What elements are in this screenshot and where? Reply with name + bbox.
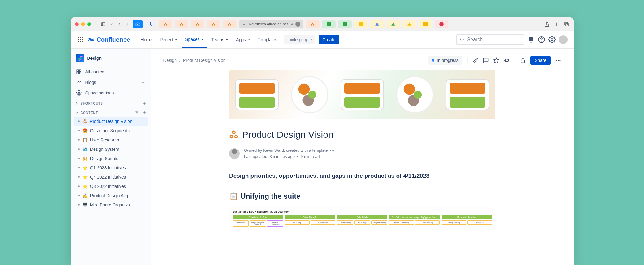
svg-point-32 (80, 39, 81, 40)
shortcuts-section-header[interactable]: SHORTCUTS (71, 98, 151, 107)
diagram-lane: Build habitsFood trackingMeal PrepWeight… (337, 215, 388, 227)
nav-link-spaces[interactable]: Spaces (182, 31, 207, 48)
status-text: In progress (437, 58, 459, 63)
space-logo-icon: 🧬 (76, 54, 84, 62)
status-badge[interactable]: In progress (428, 56, 462, 65)
tree-item[interactable]: •🗺️Design System (71, 145, 151, 154)
restrictions-icon[interactable] (520, 57, 526, 63)
tab-6[interactable] (306, 20, 320, 28)
tree-item[interactable]: •Product Design Vision (74, 117, 148, 126)
more-icon[interactable]: ⋯ (295, 22, 300, 27)
edit-icon[interactable] (472, 57, 478, 63)
tab-9[interactable] (354, 20, 368, 28)
diagram-chip: Target Weight & Timeline (250, 220, 266, 227)
hero-image (229, 70, 495, 119)
svg-point-41 (551, 39, 553, 41)
share-icon[interactable] (544, 21, 550, 27)
tree-item[interactable]: •📋User Research (71, 135, 151, 145)
sidebar-item-blogs[interactable]: Blogs (71, 77, 151, 88)
jira-extension-icon[interactable] (146, 20, 156, 28)
tab-1[interactable] (159, 20, 172, 28)
search-placeholder: Search (467, 37, 483, 42)
back-icon[interactable] (116, 21, 122, 27)
diagram-chip: Meals / Meal Prep (389, 220, 414, 225)
nav-link-apps[interactable]: Apps (233, 31, 253, 48)
svg-point-11 (213, 23, 214, 24)
tab-13[interactable] (419, 20, 432, 28)
page-title-icon (229, 130, 238, 139)
sidebar-item-space-settings[interactable]: Space settings (71, 88, 151, 98)
add-shortcut-icon[interactable] (142, 101, 146, 106)
tree-item[interactable]: •⭐Q3 2022 Initiatives (71, 182, 151, 191)
traffic-lights (75, 22, 91, 26)
sidebar: 🧬 Design All contentBlogsSpace settings … (71, 49, 151, 265)
star-icon[interactable] (493, 57, 499, 63)
svg-rect-43 (79, 70, 81, 71)
tab-4[interactable] (207, 20, 220, 28)
settings-icon[interactable] (548, 36, 556, 43)
close-window[interactable] (75, 22, 79, 26)
confluence-logo[interactable]: Confluence (87, 36, 130, 43)
tab-10[interactable] (370, 20, 384, 28)
address-bar[interactable]: uxd-trifecta.atlassian.net ⋯ (239, 20, 303, 28)
add-page-icon[interactable] (142, 111, 146, 115)
tab-14[interactable] (435, 20, 448, 28)
tab-2[interactable] (175, 20, 188, 28)
profile-avatar[interactable] (559, 35, 568, 44)
svg-rect-0 (101, 23, 105, 26)
tab-3[interactable] (191, 20, 204, 28)
tab-5[interactable] (223, 20, 237, 28)
app-switcher-icon[interactable] (77, 36, 84, 43)
breadcrumb-link[interactable]: Product Design Vision (183, 58, 225, 63)
invite-people-button[interactable]: Invite people (284, 35, 315, 44)
new-tab-icon[interactable] (554, 21, 559, 27)
tree-item[interactable]: •🤩Customer Segmenta... (71, 126, 151, 135)
space-header[interactable]: 🧬 Design (71, 52, 151, 67)
sidebar-item-all-content[interactable]: All content (71, 67, 151, 77)
tab-7[interactable] (322, 20, 336, 28)
tree-item[interactable]: •⭐Q4 2022 Initiatives (71, 172, 151, 182)
forward-icon[interactable] (124, 21, 130, 27)
shortcuts-label: SHORTCUTS (80, 102, 103, 105)
lane-header: Set Attainable Goal (233, 215, 283, 219)
filter-icon[interactable] (135, 111, 139, 115)
tree-item[interactable]: •🙌Design Sprints (71, 154, 151, 163)
svg-marker-59 (494, 58, 499, 63)
nav-link-recent[interactable]: Recent (157, 31, 181, 48)
svg-point-33 (82, 39, 83, 40)
tabs-overview-icon[interactable] (564, 21, 569, 27)
more-actions-icon[interactable] (555, 57, 561, 63)
tree-item[interactable]: •✍️Product Design Alig... (71, 191, 151, 200)
tab-12[interactable] (402, 20, 416, 28)
nav-link-home[interactable]: Home (137, 31, 155, 48)
content-section-header[interactable]: CONTENT (71, 107, 151, 117)
chevron-down-icon[interactable] (108, 21, 114, 27)
svg-point-16 (230, 24, 231, 26)
watch-icon[interactable] (504, 57, 510, 63)
close-tab-icon[interactable] (242, 22, 246, 26)
diagram-lane: Set Attainable GoalCalculatorsTarget Wei… (233, 215, 283, 227)
diagram-lane: Be physically activeActivity trackingWor… (442, 215, 492, 227)
search-input[interactable]: Search (456, 34, 524, 45)
breadcrumb-link[interactable]: Design (163, 58, 177, 63)
sidebar-toggle-icon[interactable] (100, 22, 106, 26)
svg-point-6 (180, 24, 181, 26)
nav-link-teams[interactable]: Teams (208, 31, 232, 48)
tab-8[interactable] (338, 20, 352, 28)
create-button[interactable]: Create (319, 35, 339, 44)
help-icon[interactable] (538, 36, 545, 43)
tab-11[interactable] (386, 20, 400, 28)
author-avatar[interactable] (229, 148, 240, 159)
titlebar: uxd-trifecta.atlassian.net ⋯ (71, 17, 574, 31)
tree-item[interactable]: •🖥️Miro Board Organiza... (71, 200, 151, 210)
maximize-window[interactable] (87, 22, 91, 26)
notifications-icon[interactable] (527, 36, 535, 43)
byline-more-icon[interactable]: ••• (330, 148, 334, 153)
nav-link-templates[interactable]: Templates (255, 31, 281, 48)
svg-point-10 (198, 24, 199, 26)
tree-item[interactable]: •⭐Q1 2023 Initiatives (71, 163, 151, 172)
share-button[interactable]: Share (530, 56, 550, 65)
camera-extension-icon[interactable] (133, 20, 143, 28)
minimize-window[interactable] (81, 22, 85, 26)
comment-icon[interactable] (483, 57, 489, 63)
